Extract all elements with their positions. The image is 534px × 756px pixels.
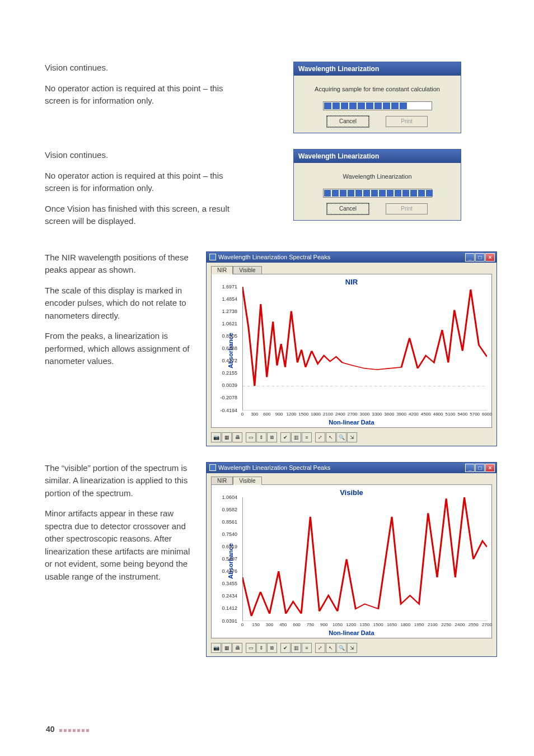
maximize-icon[interactable]: □ — [475, 253, 485, 262]
tab-nir[interactable]: NIR — [211, 477, 233, 485]
y-tick-label: 0.9582 — [222, 507, 237, 512]
y-tick-label: 1.2738 — [222, 309, 237, 314]
app-logo-icon — [209, 464, 216, 471]
page-number: 40 — [46, 725, 55, 734]
print-button: Print — [386, 203, 428, 214]
updown-icon[interactable]: ⇕ — [256, 643, 266, 653]
y-tick-label: 0.0391 — [222, 618, 237, 624]
x-tick-label: 1200 — [286, 412, 296, 417]
progress-bar — [323, 101, 432, 110]
color-box-icon[interactable]: ▭ — [246, 432, 256, 442]
x-tick-label: 2400 — [455, 622, 465, 627]
x-tick-label: 1050 — [332, 622, 343, 627]
tab-visible[interactable]: Visible — [233, 266, 261, 274]
x-tick-label: 2100 — [428, 622, 438, 627]
x-tick-label: 2400 — [335, 412, 345, 417]
x-tick-label: 150 — [252, 622, 260, 627]
body-text: The scale of this display is marked in e… — [45, 284, 190, 323]
zoom-icon[interactable]: 🔍 — [336, 643, 346, 653]
page-footer: 40 — [46, 725, 91, 734]
tab-visible[interactable]: Visible — [233, 477, 261, 485]
x-tick-label: 1350 — [360, 622, 370, 627]
check-icon[interactable]: ✔ — [280, 643, 291, 653]
body-text: No operator action is required at this p… — [45, 82, 241, 108]
page-icon[interactable]: 🗎 — [267, 432, 277, 442]
bars-icon[interactable]: ▥ — [291, 643, 301, 653]
x-tick-label: 1500 — [298, 412, 308, 417]
print-icon[interactable]: 🖶 — [232, 432, 242, 442]
dialog-message: Wavelength Linearization — [299, 173, 455, 180]
print-button: Print — [386, 116, 428, 127]
window-title: Wavelength Linearization Spectral Peaks — [218, 464, 330, 471]
lines-icon[interactable]: ≡ — [302, 432, 312, 442]
export-icon[interactable]: ⇲ — [347, 432, 357, 442]
close-icon[interactable]: × — [485, 464, 495, 472]
app-logo-icon — [209, 254, 216, 260]
export-icon[interactable]: ⇲ — [347, 643, 357, 653]
x-tick-label: 3900 — [396, 412, 406, 417]
y-tick-label: 0.8561 — [222, 519, 237, 525]
updown-icon[interactable]: ⇕ — [256, 432, 266, 442]
x-tick-label: 4200 — [409, 412, 419, 417]
cancel-button[interactable]: Cancel — [327, 116, 369, 127]
x-tick-label: 300 — [266, 622, 273, 627]
body-text: The NIR wavelength positions of these pe… — [45, 251, 190, 277]
y-tick-label: 0.1412 — [222, 605, 237, 611]
x-tick-label: 1800 — [400, 622, 410, 627]
x-tick-label: 2100 — [323, 412, 333, 417]
tab-nir[interactable]: NIR — [211, 266, 233, 274]
y-tick-label: 0.2434 — [222, 593, 237, 599]
y-tick-label: 0.4272 — [222, 358, 237, 363]
bars-icon[interactable]: ▥ — [291, 432, 301, 442]
wavelength-dialog-1: Wavelength Linearization Acquiring sampl… — [293, 62, 461, 133]
y-tick-label: 0.2155 — [222, 370, 237, 376]
camera-icon[interactable]: 📷 — [211, 643, 221, 653]
camera-icon[interactable]: 📷 — [211, 432, 221, 442]
body-text: From the peaks, a linearization is perfo… — [45, 330, 190, 368]
x-tick-label: 900 — [275, 412, 283, 417]
print-icon[interactable]: 🖶 — [232, 643, 242, 653]
scale-icon[interactable]: ⤢ — [315, 432, 325, 442]
spectral-peaks-window-visible: Wavelength Linearization Spectral Peaks … — [206, 462, 497, 657]
maximize-icon[interactable]: □ — [475, 464, 485, 472]
dialog-message: Acquiring sample for time constant calcu… — [299, 86, 455, 92]
x-tick-label: 2550 — [469, 622, 479, 627]
dialog-title: Wavelength Linearization — [294, 150, 461, 163]
x-tick-label: 0 — [241, 622, 243, 627]
body-text: The “visible” portion of the spectrum is… — [45, 462, 190, 500]
cancel-button[interactable]: Cancel — [327, 203, 369, 214]
scale-icon[interactable]: ⤢ — [315, 643, 325, 653]
zoom-icon[interactable]: 🔍 — [336, 432, 346, 442]
x-tick-label: 4800 — [433, 412, 443, 417]
cursor-icon[interactable]: ↖ — [326, 643, 336, 653]
y-tick-label: 0.6519 — [222, 544, 237, 549]
wavelength-dialog-2: Wavelength Linearization Wavelength Line… — [293, 149, 461, 221]
y-tick-label: 1.4854 — [222, 296, 237, 302]
chart-title: Visible — [215, 488, 488, 497]
grid-icon[interactable]: ▦ — [222, 432, 232, 442]
color-box-icon[interactable]: ▭ — [246, 643, 256, 653]
grid-icon[interactable]: ▦ — [222, 643, 232, 653]
x-tick-label: 2250 — [441, 622, 451, 627]
y-tick-label: 0.7540 — [222, 531, 237, 537]
page-icon[interactable]: 🗎 — [267, 643, 277, 653]
body-text: Minor artifacts appear in these raw spec… — [45, 507, 190, 583]
body-text: No operator action is required at this p… — [45, 170, 241, 195]
x-axis-label: Non-linear Data — [212, 629, 491, 636]
progress-bar — [323, 189, 432, 198]
y-tick-label: 0.4476 — [222, 568, 237, 574]
x-tick-label: 2700 — [482, 622, 492, 627]
chart-title: NIR — [215, 278, 488, 286]
cursor-icon[interactable]: ↖ — [326, 432, 336, 442]
check-icon[interactable]: ✔ — [280, 432, 291, 442]
lines-icon[interactable]: ≡ — [302, 643, 312, 653]
x-tick-label: 300 — [251, 412, 258, 417]
y-tick-label: 0.5497 — [222, 556, 237, 562]
minimize-icon[interactable]: _ — [465, 464, 475, 472]
x-tick-label: 450 — [279, 622, 287, 627]
close-icon[interactable]: × — [485, 253, 495, 262]
y-tick-label: 0.6388 — [222, 346, 237, 351]
x-tick-label: 0 — [241, 412, 243, 417]
x-tick-label: 1950 — [414, 622, 424, 627]
minimize-icon[interactable]: _ — [465, 253, 475, 262]
